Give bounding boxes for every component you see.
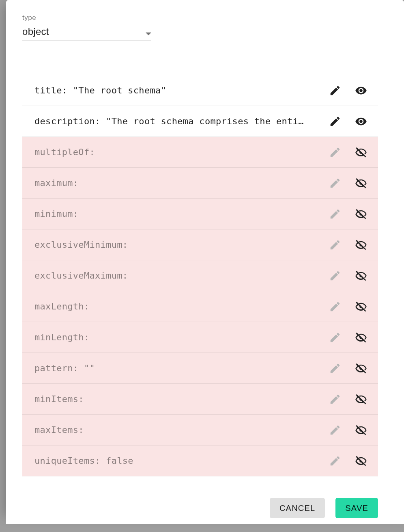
edit-icon[interactable] (325, 328, 345, 347)
property-row: title: "The root schema" (22, 75, 378, 106)
visibility-off-icon[interactable] (351, 235, 371, 255)
type-select[interactable]: type object (22, 14, 151, 41)
visibility-off-icon[interactable] (351, 420, 371, 440)
property-label: maxLength: (34, 301, 325, 311)
property-row: minItems: (22, 384, 378, 415)
edit-icon[interactable] (325, 112, 345, 131)
edit-icon[interactable] (325, 451, 345, 471)
property-label: minItems: (34, 394, 325, 404)
edit-icon[interactable] (325, 297, 345, 316)
property-row: minimum: (22, 199, 378, 229)
property-row: uniqueItems: false (22, 445, 378, 476)
property-row: maxItems: (22, 415, 378, 445)
chevron-down-icon (146, 32, 151, 35)
edit-icon[interactable] (325, 235, 345, 255)
property-label: title: "The root schema" (34, 85, 325, 95)
property-row: exclusiveMaximum: (22, 260, 378, 291)
visibility-off-icon[interactable] (351, 389, 371, 409)
property-row: minLength: (22, 322, 378, 353)
edit-icon[interactable] (325, 359, 345, 378)
edit-icon[interactable] (325, 266, 345, 285)
property-row: pattern: "" (22, 353, 378, 384)
property-list: title: "The root schema"description: "Th… (22, 75, 378, 512)
visibility-on-icon[interactable] (351, 81, 371, 100)
edit-icon[interactable] (325, 173, 345, 193)
property-label: maxItems: (34, 425, 325, 435)
property-label: exclusiveMinimum: (34, 240, 325, 250)
visibility-off-icon[interactable] (351, 297, 371, 316)
edit-icon[interactable] (325, 81, 345, 100)
cancel-button[interactable]: CANCEL (270, 498, 325, 518)
property-row: exclusiveMinimum: (22, 229, 378, 260)
property-row: description: "The root schema comprises … (22, 106, 378, 137)
visibility-off-icon[interactable] (351, 173, 371, 193)
property-label: description: "The root schema comprises … (34, 116, 325, 126)
visibility-off-icon[interactable] (351, 359, 371, 378)
visibility-off-icon[interactable] (351, 451, 371, 471)
type-select-label: type (22, 14, 151, 22)
visibility-on-icon[interactable] (351, 112, 371, 131)
property-label: pattern: "" (34, 363, 325, 373)
property-label: multipleOf: (34, 147, 325, 157)
visibility-off-icon[interactable] (351, 143, 371, 162)
schema-editor-dialog: type object title: "The root schema"desc… (6, 0, 404, 512)
edit-icon[interactable] (325, 204, 345, 224)
dialog-content: type object title: "The root schema"desc… (6, 0, 404, 512)
dialog-actions: CANCEL SAVE (6, 492, 404, 524)
property-label: minLength: (34, 332, 325, 342)
property-label: minimum: (34, 209, 325, 219)
type-select-value[interactable]: object (22, 22, 151, 41)
edit-icon[interactable] (325, 420, 345, 440)
visibility-off-icon[interactable] (351, 328, 371, 347)
property-label: exclusiveMaximum: (34, 270, 325, 281)
property-row: multipleOf: (22, 137, 378, 168)
property-label: uniqueItems: false (34, 456, 325, 466)
visibility-off-icon[interactable] (351, 204, 371, 224)
edit-icon[interactable] (325, 389, 345, 409)
property-row: maximum: (22, 168, 378, 199)
visibility-off-icon[interactable] (351, 266, 371, 285)
property-row: maxLength: (22, 291, 378, 322)
edit-icon[interactable] (325, 143, 345, 162)
property-label: maximum: (34, 178, 325, 188)
save-button[interactable]: SAVE (335, 498, 378, 518)
